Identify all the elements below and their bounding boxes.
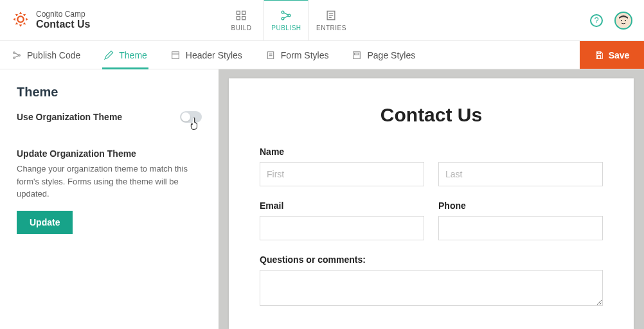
email-label: Email: [260, 200, 424, 211]
svg-point-16: [13, 57, 15, 58]
build-icon: [235, 9, 247, 22]
avatar-face-icon: [616, 13, 631, 28]
tab-build-label: BUILD: [231, 24, 251, 31]
form-icon: [265, 50, 276, 60]
subtab-form-styles-label: Form Styles: [281, 50, 329, 60]
sidebar-title: Theme: [17, 85, 202, 100]
email-input[interactable]: [260, 216, 424, 240]
update-org-theme-title: Update Organization Theme: [17, 148, 202, 159]
last-name-input[interactable]: [438, 162, 603, 186]
style-tabs-bar: Publish Code Theme Header Styles Form St…: [0, 41, 644, 69]
svg-rect-2: [242, 11, 246, 14]
tab-publish-label: PUBLISH: [271, 24, 301, 31]
use-org-theme-label: Use Organization Theme: [17, 112, 122, 122]
tab-entries-label: ENTRIES: [316, 24, 346, 31]
toggle-knob: [181, 112, 190, 121]
svg-point-17: [19, 54, 21, 56]
header-icon: [170, 50, 181, 60]
svg-point-0: [17, 16, 23, 22]
save-button-label: Save: [609, 50, 630, 60]
first-name-input[interactable]: [260, 162, 424, 186]
svg-rect-3: [237, 16, 240, 19]
main-area: Theme Use Organization Theme Update Orga…: [0, 69, 644, 329]
svg-rect-26: [597, 55, 600, 58]
help-icon[interactable]: ?: [590, 14, 603, 27]
logo-icon: [12, 10, 30, 31]
svg-rect-1: [237, 11, 240, 14]
brand-block: Cognito Camp Contact Us: [0, 10, 90, 31]
subtab-header-styles[interactable]: Header Styles: [159, 41, 254, 69]
name-label: Name: [260, 147, 603, 157]
subtab-theme-label: Theme: [119, 50, 147, 60]
tab-publish[interactable]: PUBLISH: [264, 0, 309, 40]
comments-label: Questions or comments:: [260, 254, 603, 265]
subtab-header-styles-label: Header Styles: [186, 50, 242, 60]
org-name: Cognito Camp: [36, 10, 90, 19]
update-button[interactable]: Update: [17, 211, 73, 234]
update-org-theme-desc: Change your organization theme to match …: [17, 163, 197, 200]
form-preview-card: Contact Us Name Email Phone: [229, 78, 634, 329]
subtab-page-styles[interactable]: Page Styles: [340, 41, 427, 69]
publish-icon: [280, 9, 292, 22]
share-icon: [12, 50, 22, 60]
svg-point-5: [282, 11, 285, 13]
svg-rect-24: [355, 53, 359, 55]
use-org-theme-toggle[interactable]: [180, 111, 202, 123]
subtab-publish-code[interactable]: Publish Code: [0, 41, 92, 69]
main-nav-tabs: BUILD PUBLISH ENTRIES: [219, 0, 353, 40]
page-icon: [352, 50, 362, 60]
save-button[interactable]: Save: [580, 41, 644, 69]
tab-build[interactable]: BUILD: [219, 0, 264, 40]
subtab-page-styles-label: Page Styles: [367, 50, 415, 60]
svg-point-15: [13, 51, 15, 53]
phone-input[interactable]: [438, 216, 603, 240]
comments-textarea[interactable]: [260, 270, 603, 306]
theme-sidebar: Theme Use Organization Theme Update Orga…: [0, 69, 219, 329]
svg-point-13: [621, 19, 622, 21]
subtab-publish-code-label: Publish Code: [27, 50, 80, 60]
subtab-form-styles[interactable]: Form Styles: [254, 41, 341, 69]
svg-rect-20: [267, 51, 273, 58]
svg-rect-25: [597, 51, 600, 53]
preview-pane: Contact Us Name Email Phone: [219, 69, 644, 329]
tab-entries[interactable]: ENTRIES: [309, 0, 353, 40]
brush-icon: [103, 50, 114, 60]
form-name: Contact Us: [36, 19, 90, 30]
svg-rect-18: [172, 51, 179, 58]
svg-point-14: [625, 19, 626, 21]
save-icon: [595, 51, 604, 60]
form-title: Contact Us: [260, 104, 603, 126]
entries-icon: [325, 9, 337, 22]
svg-rect-4: [242, 16, 246, 19]
svg-point-6: [282, 17, 285, 20]
avatar[interactable]: [614, 12, 632, 30]
subtab-theme[interactable]: Theme: [92, 41, 159, 69]
svg-point-7: [289, 14, 291, 17]
phone-label: Phone: [438, 200, 603, 211]
top-header: Cognito Camp Contact Us BUILD PUBLISH EN…: [0, 0, 644, 41]
